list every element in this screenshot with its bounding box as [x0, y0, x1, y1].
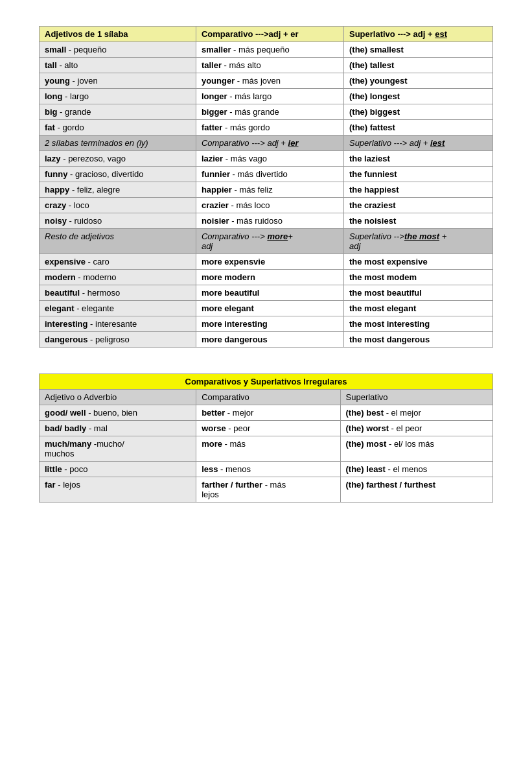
table2: Comparativos y Superlativos Irregulares …: [39, 373, 493, 503]
table2-col1-header: Adjetivo o Adverbio: [40, 390, 196, 405]
table1-section-header-resto: Resto de adjetivos Comparativo ---> more…: [40, 229, 493, 254]
table2-title-row: Comparativos y Superlativos Irregulares: [40, 374, 493, 390]
table-row: far - lejos farther / further - máslejos…: [40, 477, 493, 503]
table2-col3-header: Superlativo: [340, 390, 492, 405]
table-row: big - grande bigger - más grande (the) b…: [40, 104, 493, 120]
table-row: happy - feliz, alegre happier - más feli…: [40, 182, 493, 198]
table-row: much/many -mucho/muchos more - más (the)…: [40, 436, 493, 462]
table-row: young - joven younger - más joven (the) …: [40, 73, 493, 89]
table1: Adjetivos de 1 sílaba Comparativo --->ad…: [39, 26, 493, 348]
page: Adjetivos de 1 sílaba Comparativo --->ad…: [39, 26, 493, 503]
table1-header-col3: Superlativo ---> adj + est: [343, 27, 492, 42]
table1-header-col1: Adjetivos de 1 sílaba: [40, 27, 196, 42]
table-row: tall - alto taller - más alto (the) tall…: [40, 58, 493, 73]
table-row: little - poco less - menos (the) least -…: [40, 462, 493, 477]
table-row: dangerous - peligroso more dangerous the…: [40, 332, 493, 348]
table1-header-col2: Comparativo --->adj + er: [196, 27, 343, 42]
table2-col2-header: Comparativo: [196, 390, 340, 405]
table-row: crazy - loco crazier - más loco the craz…: [40, 198, 493, 213]
table2-col-headers: Adjetivo o Adverbio Comparativo Superlat…: [40, 390, 493, 405]
table-row: fat - gordo fatter - más gordo (the) fat…: [40, 120, 493, 136]
table-row: funny - gracioso, divertido funnier - má…: [40, 167, 493, 182]
table-row: bad/ badly - mal worse - peor (the) wors…: [40, 421, 493, 436]
table-row: good/ well - bueno, bien better - mejor …: [40, 405, 493, 421]
table-row: beautiful - hermoso more beautiful the m…: [40, 285, 493, 301]
table2-wrapper: Comparativos y Superlativos Irregulares …: [39, 373, 493, 503]
table1-section-header-2syl: 2 sílabas terminados en (ly) Comparativo…: [40, 136, 493, 151]
table2-title: Comparativos y Superlativos Irregulares: [40, 374, 493, 390]
table-row: noisy - ruidoso noisier - más ruidoso th…: [40, 213, 493, 229]
table-row: modern - moderno more modern the most mo…: [40, 270, 493, 285]
table-row: expensive - caro more expensvie the most…: [40, 254, 493, 270]
table-row: long - largo longer - más largo (the) lo…: [40, 89, 493, 104]
table-row: small - pequeño smaller - más pequeño (t…: [40, 42, 493, 58]
table-row: lazy - perezoso, vago lazier - más vago …: [40, 151, 493, 167]
table-row: elegant - elegante more elegant the most…: [40, 301, 493, 316]
table1-header-row: Adjetivos de 1 sílaba Comparativo --->ad…: [40, 27, 493, 42]
table1-wrapper: Adjetivos de 1 sílaba Comparativo --->ad…: [39, 26, 493, 348]
table-row: interesting - interesante more interesti…: [40, 316, 493, 332]
